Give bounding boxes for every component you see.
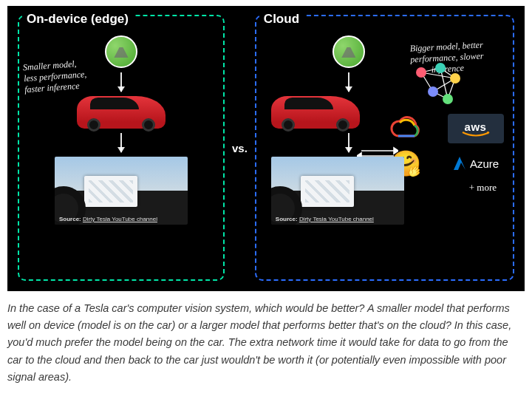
arrow-down-icon [120,72,122,92]
arrow-down-icon [120,133,122,152]
world-road-icon [105,35,137,68]
edge-handwriting-note: Smaller model, less performance, faster … [23,56,114,95]
svg-point-19 [416,67,426,78]
source-credit: Source: Dirty Tesla YouTube channel [59,216,157,222]
figure-caption: In the case of a Tesla car's computer vi… [7,300,525,386]
source-credit: Source: Dirty Tesla YouTube channel [276,216,374,222]
vs-label: vs. [231,15,249,281]
google-cloud-icon [378,114,434,143]
edge-panel-title: On-device (edge) [22,12,133,27]
arrow-down-icon [348,133,349,152]
more-providers-label: + more [469,182,497,194]
svg-point-22 [428,86,438,97]
comparison-diagram: On-device (edge) Smaller model, less per… [7,6,525,291]
svg-point-21 [450,73,460,84]
aws-icon: aws [448,114,504,143]
car-image [271,96,360,129]
azure-icon: Azure [452,156,499,171]
svg-point-23 [443,94,453,104]
dashboard-screenshot: Source: Dirty Tesla YouTube channel [55,157,188,225]
svg-point-20 [435,63,446,73]
car-image [77,96,166,129]
svg-line-17 [421,72,455,78]
cloud-panel-title: Cloud [259,12,304,27]
neural-network-icon [412,62,464,108]
edge-panel: On-device (edge) Smaller model, less per… [18,15,225,281]
world-road-icon [332,35,365,68]
arrow-down-icon [348,72,349,92]
svg-marker-29 [454,157,466,170]
cloud-panel: Cloud Bigger model, better performance, … [255,15,514,281]
dashboard-screenshot: Source: Dirty Tesla YouTube channel [271,157,404,225]
